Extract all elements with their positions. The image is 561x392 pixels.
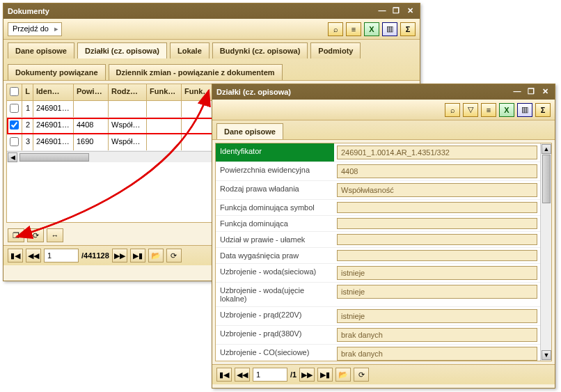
excel-icon[interactable]: X — [499, 103, 514, 117]
resize-button[interactable]: ↔ — [47, 228, 63, 242]
excel-icon[interactable]: X — [364, 22, 379, 36]
tab-budynki[interactable]: Budynki (cz. opisowa) — [212, 42, 308, 58]
field-input[interactable]: brak danych — [337, 347, 537, 361]
search-icon[interactable]: ⌕ — [445, 103, 460, 117]
field-label: Identyfikator — [216, 143, 334, 162]
columns-icon[interactable]: ▥ — [517, 103, 532, 117]
field-label: Rodzaj prawa władania — [216, 181, 334, 199]
page-input[interactable] — [44, 249, 79, 262]
field-label: Uzbrojenie - CO(sieciowe) — [216, 345, 334, 363]
form-row: Powierzchnia ewidencyjna4408 — [216, 162, 540, 181]
toolbar: Przejdź do ⌕ ≡ X ▥ Σ — [3, 19, 420, 40]
sigma-icon[interactable]: Σ — [400, 22, 416, 36]
col-rodz[interactable]: Rodz… — [109, 84, 147, 100]
col-funk1[interactable]: Funk… — [147, 84, 182, 100]
barcode-icon[interactable]: ≡ — [346, 22, 361, 36]
field-input[interactable] — [337, 218, 537, 229]
cell-iden: 246901… — [33, 134, 74, 150]
scroll-up-icon[interactable]: ▲ — [542, 144, 551, 154]
field-label: Uzbrojenie - woda(sieciowa) — [216, 264, 334, 282]
select-all-checkbox[interactable] — [10, 87, 19, 96]
tab-podmioty[interactable]: Podmioty — [310, 42, 361, 58]
row-checkbox[interactable] — [10, 104, 19, 113]
scroll-down-icon[interactable]: ▼ — [542, 350, 551, 360]
page-input[interactable] — [253, 368, 287, 382]
col-iden[interactable]: Iden… — [33, 84, 74, 100]
cell-lp: 2 — [22, 118, 33, 134]
field-value: istnieje — [334, 283, 540, 306]
first-page-button[interactable]: ▮◀ — [216, 368, 232, 382]
last-page-button[interactable]: ▶▮ — [317, 368, 333, 382]
cell-powi: 1690 — [74, 134, 109, 150]
tabs: Dane opisowe Działki (cz. opisowa) Lokal… — [3, 40, 420, 81]
refresh-button[interactable]: ⟳ — [27, 228, 44, 242]
row-checkbox[interactable] — [10, 137, 19, 146]
form-row: Uzbrojenie - woda(sieciowa)istnieje — [216, 264, 540, 283]
reload-button[interactable]: ⟳ — [166, 249, 182, 262]
field-value: brak danych — [334, 326, 540, 344]
col-check[interactable] — [7, 84, 22, 100]
cell-lp: 1 — [22, 101, 33, 117]
filter-icon[interactable]: ▽ — [463, 103, 478, 117]
tab-dziennik-zmian[interactable]: Dziennik zmian - powiązanie z dokumentem — [109, 64, 283, 80]
row-checkbox[interactable] — [10, 120, 19, 130]
col-powi[interactable]: Powi… — [74, 84, 109, 100]
form-row: Rodzaj prawa władaniaWspółwłasność — [216, 181, 540, 200]
tab-dzialki[interactable]: Działki (cz. opisowa) — [77, 42, 167, 58]
field-input[interactable]: brak danych — [337, 328, 537, 342]
scroll-left-icon[interactable]: ◀ — [8, 152, 17, 162]
form-row: Data wygaśnięcia praw — [216, 248, 540, 264]
prev-page-button[interactable]: ◀◀ — [235, 368, 250, 382]
field-input[interactable]: istnieje — [337, 309, 537, 323]
field-input[interactable] — [337, 202, 537, 213]
folder-button[interactable]: 📂 — [148, 249, 164, 262]
page-total: /441128 — [81, 251, 109, 260]
field-input[interactable]: 4408 — [337, 164, 537, 178]
form-row: Uzbrojenie - woda(ujęcie lokalne)istniej… — [216, 283, 540, 307]
sigma-icon[interactable]: Σ — [535, 103, 551, 117]
reload-button[interactable]: ⟳ — [354, 368, 369, 382]
tab-lokale[interactable]: Lokale — [170, 42, 210, 58]
maximize-icon[interactable]: ❐ — [526, 87, 537, 97]
minimize-icon[interactable]: — — [512, 87, 523, 97]
field-input[interactable] — [337, 250, 537, 261]
field-input[interactable]: 246901_1.0014.AR_1.4351/332 — [337, 146, 537, 159]
tab-dane-opisowe[interactable]: Dane opisowe — [216, 123, 283, 139]
field-value — [334, 248, 540, 263]
columns-icon[interactable]: ▥ — [382, 22, 397, 36]
form-row: Udział w prawie - ułamek — [216, 232, 540, 248]
titlebar[interactable]: Działki (cz. opisowa) — ❐ ✕ — [212, 84, 555, 100]
first-page-button[interactable]: ▮◀ — [8, 249, 23, 262]
popup-button[interactable]: ❐ — [8, 228, 24, 242]
cell-iden: 246901… — [33, 118, 74, 134]
form-row: Funkcja dominująca symbol — [216, 200, 540, 216]
field-input[interactable]: istnieje — [337, 285, 537, 299]
field-input[interactable]: istnieje — [337, 266, 537, 280]
titlebar[interactable]: Dokumenty — ❐ ✕ — [3, 3, 420, 19]
prev-page-button[interactable]: ◀◀ — [26, 249, 41, 262]
folder-button[interactable]: 📂 — [335, 368, 351, 382]
window-title: Dokumenty — [8, 7, 374, 15]
barcode-icon[interactable]: ≡ — [481, 103, 496, 117]
col-lp[interactable]: L — [22, 84, 33, 100]
search-icon[interactable]: ⌕ — [328, 22, 343, 36]
tab-dokumenty-powiazane[interactable]: Dokumenty powiązane — [8, 64, 106, 80]
close-icon[interactable]: ✕ — [404, 6, 416, 16]
close-icon[interactable]: ✕ — [539, 87, 551, 97]
goto-dropdown[interactable]: Przejdź do — [8, 22, 62, 36]
cell-rodz: Współ… — [109, 134, 147, 150]
maximize-icon[interactable]: ❐ — [390, 6, 402, 16]
toolbar-icons: ⌕ ≡ X ▥ Σ — [328, 22, 416, 36]
vertical-scrollbar[interactable]: ▲ ▼ — [540, 143, 551, 361]
minimize-icon[interactable]: — — [377, 6, 388, 16]
tab-dane-opisowe[interactable]: Dane opisowe — [8, 42, 74, 58]
scroll-thumb[interactable] — [542, 155, 551, 203]
next-page-button[interactable]: ▶▶ — [299, 368, 315, 382]
scroll-thumb[interactable] — [19, 153, 89, 162]
field-value — [334, 200, 540, 215]
last-page-button[interactable]: ▶▮ — [130, 249, 145, 262]
next-page-button[interactable]: ▶▶ — [112, 249, 127, 262]
cell-funk1 — [147, 134, 182, 150]
field-input[interactable]: Współwłasność — [337, 183, 537, 197]
field-input[interactable] — [337, 234, 537, 245]
